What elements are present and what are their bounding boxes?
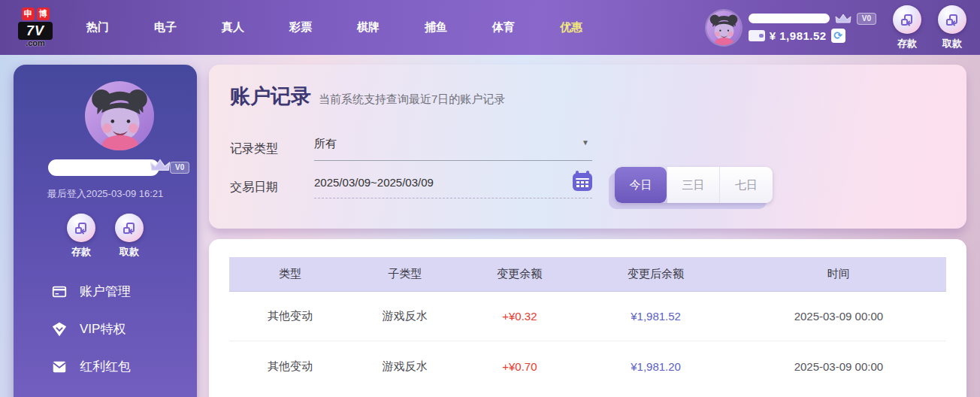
table-row: 其他变动 游戏反水 +¥0.70 ¥1,981.20 2025-03-09 00…: [229, 341, 946, 391]
cell-subtype: 游戏反水: [351, 359, 458, 374]
col-header-subtype: 子类型: [351, 267, 458, 281]
nav-item-promo[interactable]: 优惠: [549, 13, 594, 42]
range-7days-button[interactable]: 七日: [720, 167, 773, 203]
page-subtitle: 当前系统支持查询最近7日的账户记录: [319, 92, 505, 107]
withdraw-icon: [115, 214, 144, 242]
col-header-change: 变更余额: [458, 267, 580, 281]
cell-time: 2025-03-09 00:00: [731, 310, 946, 323]
account-records-page: 申 博 7V .com 热门 电子 真人 彩票 棋牌 捕鱼 体育 优惠: [0, 0, 980, 397]
logo-tile-bo: 博: [37, 8, 50, 20]
sidebar-avatar[interactable]: [85, 81, 154, 150]
cell-subtype: 游戏反水: [351, 309, 458, 323]
vip-crown-icon: [834, 13, 852, 25]
vip-crown-icon: [149, 158, 171, 173]
col-header-balance-after: 变更后余额: [580, 267, 730, 281]
date-range-input[interactable]: 2025/03/09~2025/03/09: [314, 176, 592, 198]
last-login-text: 最后登入2025-03-09 16:21: [14, 187, 197, 201]
deposit-icon: [67, 214, 95, 242]
col-header-time: 时间: [731, 267, 946, 281]
logo-cn-tiles: 申 博: [22, 8, 50, 20]
top-navbar: 申 博 7V .com 热门 电子 真人 彩票 棋牌 捕鱼 体育 优惠: [0, 0, 980, 55]
record-type-value: 所有: [314, 137, 337, 150]
sidebar-item-label: 账户管理: [80, 283, 131, 300]
deposit-label: 存款: [897, 37, 917, 50]
col-header-type: 类型: [229, 267, 351, 281]
logo-tile-shen: 申: [22, 8, 35, 20]
wallet-icon: [749, 30, 765, 41]
balance-amount: ¥ 1,981.52: [770, 29, 827, 42]
deposit-button[interactable]: 存款: [893, 5, 921, 50]
masked-username: [749, 14, 830, 23]
user-avatar[interactable]: [706, 11, 741, 45]
withdraw-label: 取款: [119, 245, 139, 259]
nav-item-chess[interactable]: 棋牌: [346, 13, 391, 42]
deposit-label: 存款: [71, 245, 91, 259]
withdraw-label: 取款: [942, 37, 962, 50]
record-type-label: 记录类型: [230, 141, 314, 157]
nav-item-hot[interactable]: 热门: [75, 13, 120, 42]
user-sidebar: V0 最后登入2025-03-09 16:21 存款 取款: [14, 65, 197, 397]
red-packet-envelope-icon: [51, 359, 68, 375]
cell-balance-after: ¥1,981.52: [580, 310, 730, 323]
nav-item-slots[interactable]: 电子: [143, 13, 188, 42]
cell-balance-after: ¥1,981.20: [580, 360, 730, 373]
content-area: V0 最后登入2025-03-09 16:21 存款 取款: [0, 55, 980, 397]
nav-item-sports[interactable]: 体育: [481, 13, 526, 42]
range-button-group: 今日 三日 七日: [615, 167, 773, 203]
date-range-value: 2025/03/09~2025/03/09: [314, 176, 434, 189]
account-card-icon: [51, 283, 68, 300]
records-table-panel: 类型 子类型 变更余额 变更后余额 时间 其他变动 游戏反水 +¥0.32 ¥1…: [209, 239, 966, 397]
record-type-select[interactable]: 所有 ▼: [314, 137, 592, 161]
brand-logo[interactable]: 申 博 7V .com: [12, 8, 59, 47]
main-nav: 热门 电子 真人 彩票 棋牌 捕鱼 体育 优惠: [75, 13, 616, 42]
sidebar-item-vip-privileges[interactable]: VIP特权: [51, 320, 131, 338]
page-title: 账户记录: [230, 83, 311, 110]
range-today-button[interactable]: 今日: [615, 167, 667, 203]
user-info: V0 ¥ 1,981.52 ⟳: [749, 13, 876, 43]
table-row: 其他变动 游戏反水 +¥0.32 ¥1,981.52 2025-03-09 00…: [229, 292, 946, 341]
sidebar-menu: 账户管理 VIP特权 红利红包: [51, 283, 131, 375]
sidebar-deposit-button[interactable]: 存款: [67, 214, 95, 259]
vip-gem-icon: [51, 321, 68, 338]
sidebar-item-label: 红利红包: [80, 358, 131, 375]
sidebar-item-label: VIP特权: [80, 320, 126, 338]
cell-type: 其他变动: [229, 359, 351, 374]
nav-item-live[interactable]: 真人: [210, 13, 256, 42]
sidebar-item-red-packet[interactable]: 红利红包: [51, 358, 131, 375]
nav-item-fishing[interactable]: 捕鱼: [413, 13, 458, 42]
masked-username: [48, 159, 159, 176]
date-range-label: 交易日期: [230, 180, 314, 195]
nav-item-lottery[interactable]: 彩票: [278, 13, 323, 42]
logo-com: .com: [26, 39, 45, 47]
filter-panel: 账户记录 当前系统支持查询最近7日的账户记录 记录类型 所有 ▼ 交易日期 20…: [209, 65, 966, 229]
logo-7v: 7V: [18, 22, 53, 40]
sidebar-item-account-management[interactable]: 账户管理: [51, 283, 131, 300]
sidebar-withdraw-button[interactable]: 取款: [115, 214, 144, 259]
vip-level-badge: V0: [170, 162, 189, 174]
table-header-row: 类型 子类型 变更余额 变更后余额 时间: [229, 257, 946, 292]
range-button-pad: 今日 三日 七日: [609, 173, 767, 209]
calendar-icon[interactable]: [573, 173, 592, 191]
cell-change-amount: +¥0.32: [458, 310, 580, 323]
chevron-down-icon[interactable]: ▼: [582, 138, 589, 147]
cell-type: 其他变动: [229, 309, 351, 323]
header-user-cluster: V0 ¥ 1,981.52 ⟳ 存款 取款: [706, 0, 966, 55]
cell-time: 2025-03-09 00:00: [731, 360, 946, 373]
withdraw-button[interactable]: 取款: [938, 5, 966, 50]
sidebar-actions: 存款 取款: [14, 214, 197, 259]
sidebar-name-row: V0: [48, 159, 189, 176]
records-table: 类型 子类型 变更余额 变更后余额 时间 其他变动 游戏反水 +¥0.32 ¥1…: [229, 257, 946, 391]
withdraw-icon: [938, 5, 966, 34]
range-3days-button[interactable]: 三日: [667, 167, 720, 203]
cell-change-amount: +¥0.70: [458, 360, 580, 373]
refresh-balance-icon[interactable]: ⟳: [831, 29, 845, 43]
deposit-icon: [893, 5, 921, 34]
vip-level-badge: V0: [857, 13, 876, 25]
